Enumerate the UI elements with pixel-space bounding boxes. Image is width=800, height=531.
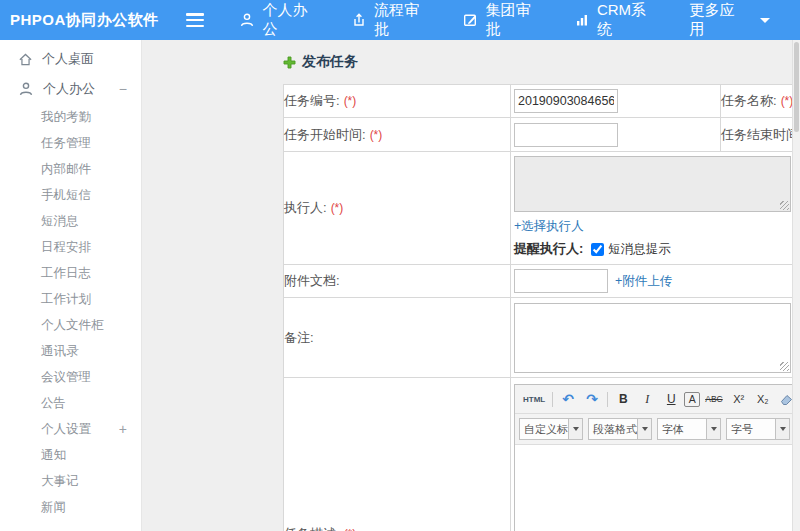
editor-toolbar-row1: HTML↶↷BIUAABCX²X₂66A	[515, 385, 800, 414]
end-time-label: 任务结束时间:	[721, 127, 800, 142]
executor-textarea[interactable]	[514, 156, 791, 212]
sidebar-item-personal-file-cabinet[interactable]: 个人文件柜	[0, 312, 141, 338]
underline-button[interactable]: U	[660, 390, 682, 409]
nav-crm-system[interactable]: CRM系统	[574, 1, 660, 39]
add-task-icon	[283, 56, 296, 69]
caret-down-icon[interactable]	[775, 419, 789, 439]
custom-title-select[interactable]: 自定义标题	[519, 418, 583, 440]
user-icon	[239, 12, 255, 28]
sidebar-item-label: 工作日志	[41, 265, 91, 282]
sidebar-item-work-log[interactable]: 工作日志	[0, 260, 141, 286]
font-family-select[interactable]: 字体	[657, 418, 721, 440]
remind-executor-label: 提醒执行人:	[514, 240, 583, 258]
nav-process-approval[interactable]: 流程审批	[351, 1, 433, 39]
resize-handle[interactable]	[780, 362, 789, 371]
redo-button[interactable]: ↷	[581, 390, 603, 409]
html-source-button[interactable]: HTML	[520, 390, 548, 409]
select-executor-link[interactable]: +选择执行人	[514, 219, 584, 233]
sidebar-item-contacts[interactable]: 通讯录	[0, 338, 141, 364]
bold-button[interactable]: B	[612, 390, 634, 409]
app-logo: PHPOA协同办公软件	[0, 11, 186, 30]
attachment-input[interactable]	[514, 269, 608, 293]
select-label: 段落格式	[589, 422, 637, 437]
sidebar-item-label: 个人文件柜	[41, 317, 104, 334]
sms-prompt-label: 短消息提示	[608, 241, 671, 258]
description-label: 任务描述:	[284, 526, 340, 531]
executor-label: 执行人:	[284, 200, 327, 215]
resize-handle[interactable]	[780, 201, 789, 210]
edit-icon	[462, 12, 478, 28]
subscript-button[interactable]: X₂	[752, 390, 774, 409]
sidebar-item-notice[interactable]: 通知	[0, 442, 141, 468]
sidebar-item-label: 工作计划	[41, 291, 91, 308]
sidebar-item-label: 个人办公	[43, 80, 95, 98]
sidebar-item-label: 内部邮件	[41, 161, 91, 178]
attachment-upload-link[interactable]: +附件上传	[615, 273, 672, 290]
sidebar: 个人桌面个人办公−我的考勤任务管理内部邮件手机短信短消息日程安排工作日志工作计划…	[0, 40, 142, 531]
scrollbar-thumb[interactable]	[794, 42, 799, 132]
editor-content-area[interactable]	[515, 445, 800, 531]
nav-group-approval[interactable]: 集团审批	[462, 1, 544, 39]
task-name-label: 任务名称:	[721, 93, 777, 108]
sidebar-item-meeting-management[interactable]: 会议管理	[0, 364, 141, 390]
sidebar-item-label: 手机短信	[41, 187, 91, 204]
font-border-button[interactable]: A	[684, 392, 700, 407]
strikethrough-button[interactable]: ABC	[702, 390, 725, 409]
nav-personal-office[interactable]: 个人办公	[239, 1, 321, 39]
required-mark: (*)	[344, 527, 357, 531]
sidebar-item-announcement[interactable]: 公告	[0, 390, 141, 416]
caret-down-icon[interactable]	[568, 419, 582, 439]
process-icon	[351, 12, 367, 28]
menu-toggle-icon[interactable]	[186, 13, 206, 27]
sidebar-item-memorabilia[interactable]: 大事记	[0, 468, 141, 494]
sidebar-item-personal-office[interactable]: 个人办公−	[0, 74, 141, 104]
sidebar-item-label: 个人设置	[41, 421, 91, 438]
start-time-label-cell: 任务开始时间:(*)	[284, 118, 511, 152]
rich-text-editor: HTML↶↷BIUAABCX²X₂66A 自定义标题段落格式字体字号	[514, 384, 800, 531]
sidebar-item-label: 个人桌面	[42, 50, 94, 68]
sidebar-item-personal-desktop[interactable]: 个人桌面	[0, 44, 141, 74]
sidebar-item-my-attendance[interactable]: 我的考勤	[0, 104, 141, 130]
select-label: 自定义标题	[520, 422, 568, 437]
sidebar-item-label: 短消息	[41, 213, 79, 230]
expand-toggle-icon[interactable]: −	[119, 82, 127, 96]
end-time-label-cell: 任务结束时间:(*)	[721, 118, 800, 152]
expand-toggle-icon[interactable]: +	[119, 422, 127, 436]
caret-down-icon[interactable]	[706, 419, 720, 439]
nav-more-apps[interactable]: 更多应用	[689, 1, 770, 39]
sidebar-item-label: 通知	[41, 447, 66, 464]
sidebar-item-work-plan[interactable]: 工作计划	[0, 286, 141, 312]
remark-textarea[interactable]	[514, 303, 791, 373]
sidebar-item-task-management[interactable]: 任务管理	[0, 130, 141, 156]
sms-prompt-checkbox[interactable]	[591, 243, 604, 256]
content-scrollbar[interactable]	[792, 40, 800, 531]
required-mark: (*)	[344, 94, 357, 108]
sidebar-item-mobile-sms[interactable]: 手机短信	[0, 182, 141, 208]
start-time-input[interactable]	[514, 123, 618, 147]
caret-down-icon[interactable]	[637, 419, 651, 439]
editor-toolbar-row2: 自定义标题段落格式字体字号	[515, 414, 800, 445]
select-label: 字号	[727, 422, 775, 437]
superscript-button[interactable]: X²	[728, 390, 750, 409]
caret-down-icon	[760, 18, 770, 23]
undo-button[interactable]: ↶	[557, 390, 579, 409]
sidebar-item-schedule[interactable]: 日程安排	[0, 234, 141, 260]
remark-label: 备注:	[284, 330, 314, 345]
paragraph-format-select[interactable]: 段落格式	[588, 418, 652, 440]
sidebar-item-personal-settings[interactable]: 个人设置+	[0, 416, 141, 442]
sidebar-item-internal-mail[interactable]: 内部邮件	[0, 156, 141, 182]
sidebar-item-label: 通讯录	[41, 343, 79, 360]
required-mark: (*)	[370, 128, 383, 142]
font-size-select[interactable]: 字号	[726, 418, 790, 440]
sidebar-item-news[interactable]: 新闻	[0, 494, 141, 520]
sidebar-item-short-message[interactable]: 短消息	[0, 208, 141, 234]
user-icon	[18, 81, 34, 97]
required-mark: (*)	[331, 201, 344, 215]
nav-label: 集团审批	[485, 1, 544, 39]
italic-button[interactable]: I	[636, 390, 658, 409]
task-name-label-cell: 任务名称:(*)	[721, 85, 800, 118]
toolbar-separator	[607, 392, 608, 407]
task-no-input[interactable]	[514, 89, 618, 113]
select-label: 字体	[658, 422, 706, 437]
nav-label: 更多应用	[689, 1, 748, 39]
